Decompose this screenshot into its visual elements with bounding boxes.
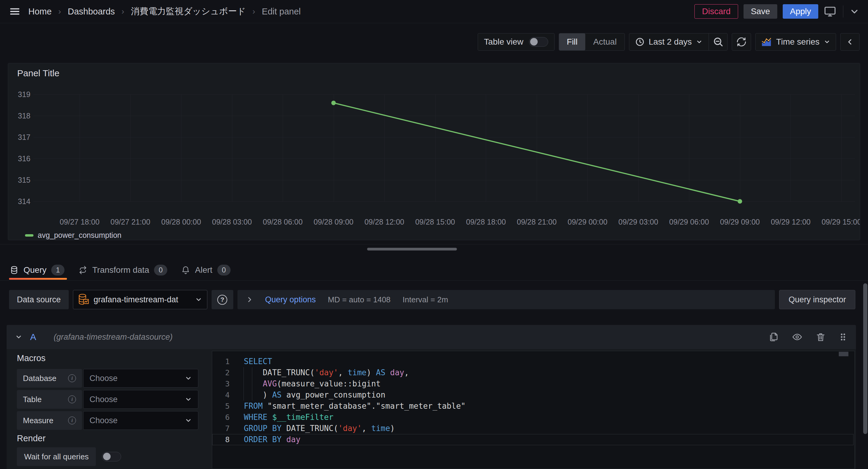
tab-alert[interactable]: Alert 0 (181, 260, 233, 280)
x-axis-labels: 09/27 18:0009/27 21:0009/28 00:0009/28 0… (33, 218, 855, 227)
chevron-down-icon (824, 39, 830, 45)
macro-choose-select[interactable]: Choose (83, 390, 198, 409)
discard-button[interactable]: Discard (694, 4, 738, 19)
query-datasource-hint: (grafana-timestream-datasource) (54, 333, 761, 342)
macro-label-text: Measure (23, 416, 53, 425)
x-tick-label: 09/28 15:00 (415, 218, 455, 226)
editor-tabs: Query 1 Transform data 0 Alert 0 (9, 260, 233, 280)
time-range-picker[interactable]: Last 2 days (629, 33, 709, 50)
legend-swatch (25, 234, 33, 237)
tab-query-label: Query (24, 265, 46, 275)
collapse-pane-button[interactable] (841, 33, 859, 50)
apply-button[interactable]: Apply (783, 4, 818, 19)
code-line[interactable]: 5FROM "smart_meter_database"."smart_mete… (212, 401, 855, 412)
time-range-label: Last 2 days (649, 37, 692, 47)
info-circle-icon[interactable]: i (68, 416, 76, 425)
collapse-options-group (840, 33, 860, 51)
x-tick-label: 09/28 12:00 (364, 218, 404, 226)
chevron-down-icon (185, 396, 192, 403)
line-number: 8 (212, 434, 230, 445)
collapse-query-chevron-icon[interactable] (15, 333, 22, 341)
x-tick-label: 09/28 21:00 (517, 218, 557, 226)
code-text: GROUP BY DATE_TRUNC('day', time) (230, 423, 395, 434)
page-scrollbar-thumb[interactable] (863, 283, 867, 434)
tab-transform-count-badge: 0 (154, 264, 167, 276)
datasource-name: grafana-timestream-dat (94, 295, 191, 305)
interval-value: Interval = 2m (403, 295, 448, 305)
code-line[interactable]: 1SELECT (212, 356, 855, 367)
code-line[interactable]: 8ORDER BY day (212, 434, 855, 445)
macro-choose-select[interactable]: Choose (83, 411, 198, 430)
y-tick-label: 318 (18, 112, 30, 120)
chevron-down-icon[interactable] (850, 7, 859, 16)
code-text: DATE_TRUNC('day', time) AS day, (230, 367, 409, 378)
code-text: ) AS avg_power_consumption (230, 389, 385, 401)
visualization-group: Time series (755, 33, 836, 51)
panel: Panel Title 319318317316315314 09/27 18:… (8, 63, 860, 240)
delete-query-trash-icon[interactable] (815, 332, 826, 342)
save-button[interactable]: Save (744, 4, 777, 19)
breadcrumb-dashboard-title[interactable]: 消費電力監視ダッシュボード (131, 5, 246, 18)
hide-response-eye-icon[interactable] (792, 332, 803, 342)
code-line[interactable]: 7GROUP BY DATE_TRUNC('day', time) (212, 423, 855, 434)
zoom-out-button[interactable] (709, 33, 727, 50)
tab-alert-label: Alert (195, 265, 213, 275)
datasource-label: Data source (9, 290, 69, 309)
query-editor-row-header[interactable]: A (grafana-timestream-datasource) (7, 325, 856, 349)
render-heading: Render (17, 433, 207, 444)
duplicate-query-icon[interactable] (769, 332, 779, 342)
macro-select-value: Choose (90, 374, 185, 383)
info-circle-icon[interactable]: i (68, 374, 76, 382)
query-options-link[interactable]: Query options (265, 295, 316, 305)
x-tick-label: 09/28 09:00 (314, 218, 353, 226)
panel-toolbar: Table view Fill Actual Last 2 days Time … (478, 33, 860, 51)
chevron-left-icon (846, 38, 854, 46)
macro-select-value: Choose (90, 395, 185, 404)
chevron-right-icon[interactable] (246, 296, 253, 303)
datasource-picker[interactable]: grafana-timestream-dat (73, 290, 207, 309)
code-text: WHERE $__timeFilter (230, 412, 333, 423)
visualization-picker[interactable]: Time series (755, 33, 836, 50)
macro-row: Table i Choose (17, 390, 207, 409)
active-tab-underline (9, 278, 67, 280)
code-lines: 1SELECT2 DATE_TRUNC('day', time) AS day,… (212, 356, 855, 445)
sql-code-editor[interactable]: 1SELECT2 DATE_TRUNC('day', time) AS day,… (212, 351, 855, 469)
code-line[interactable]: 2 DATE_TRUNC('day', time) AS day, (212, 367, 855, 378)
breadcrumb-separator-icon (121, 7, 124, 16)
wait-for-queries-toggle[interactable] (102, 452, 121, 462)
legend-series-name[interactable]: avg_power_consumption (38, 231, 121, 240)
x-tick-label: 09/29 12:00 (771, 218, 810, 226)
breadcrumb-dashboards[interactable]: Dashboards (68, 7, 115, 17)
top-nav: Home Dashboards 消費電力監視ダッシュボード Edit panel… (0, 0, 868, 23)
time-range-group: Last 2 days (629, 33, 727, 51)
datasource-help-button[interactable]: ? (212, 290, 233, 309)
actual-option[interactable]: Actual (585, 33, 624, 50)
chevron-down-icon (696, 39, 703, 45)
resize-drag-handle[interactable] (367, 248, 457, 250)
monitor-icon[interactable] (824, 5, 836, 18)
fill-option[interactable]: Fill (559, 33, 586, 50)
hamburger-menu-icon[interactable] (9, 6, 21, 17)
tab-transform-data[interactable]: Transform data 0 (78, 260, 170, 280)
x-tick-label: 09/28 06:00 (263, 218, 303, 226)
x-tick-label: 09/28 03:00 (212, 218, 252, 226)
query-editor-body: Macros Database i Choose Table i Choose (7, 349, 856, 469)
code-text: SELECT (230, 356, 272, 367)
panel-title[interactable]: Panel Title (17, 68, 59, 79)
query-ref-id: A (30, 332, 36, 342)
chevron-down-icon (185, 417, 192, 424)
breadcrumb-separator-icon (58, 7, 61, 16)
code-line[interactable]: 4 ) AS avg_power_consumption (212, 389, 855, 401)
editor-scrollbar-thumb[interactable] (839, 352, 848, 356)
info-circle-icon[interactable]: i (68, 396, 76, 403)
code-line[interactable]: 3 AVG(measure_value::bigint (212, 378, 855, 389)
breadcrumb-home[interactable]: Home (28, 7, 52, 17)
chart-legend: avg_power_consumption (25, 231, 121, 240)
code-line[interactable]: 6WHERE $__timeFilter (212, 412, 855, 423)
drag-query-handle-icon[interactable] (838, 332, 847, 342)
macro-choose-select[interactable]: Choose (83, 369, 198, 387)
refresh-button[interactable] (732, 33, 751, 50)
table-view-toggle[interactable] (529, 37, 548, 47)
tab-query[interactable]: Query 1 (9, 260, 67, 280)
query-inspector-button[interactable]: Query inspector (779, 290, 855, 309)
